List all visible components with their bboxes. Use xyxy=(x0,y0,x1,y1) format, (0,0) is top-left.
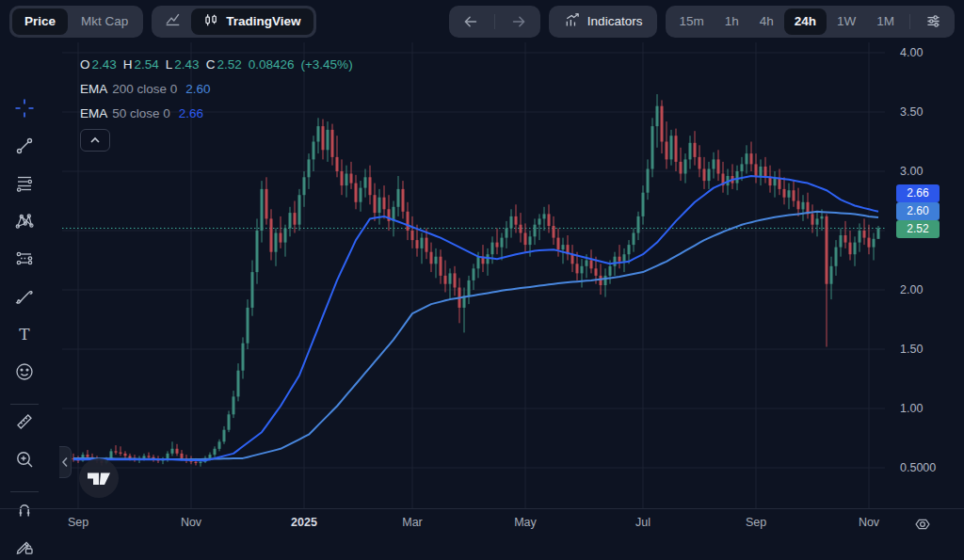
text-tool[interactable]: T xyxy=(11,323,38,349)
price-scale[interactable]: 4.003.503.002.001.501.000.50002.662.602.… xyxy=(885,42,964,508)
back-arrow-button[interactable] xyxy=(452,8,490,35)
y-axis-label: 1.00 xyxy=(900,402,923,415)
timeframe-24h[interactable]: 24h xyxy=(784,8,827,35)
tradingview-label: TradingView xyxy=(226,14,300,28)
candlestick-icon xyxy=(203,12,219,31)
projection-tool[interactable] xyxy=(11,248,38,274)
chart-nav xyxy=(449,6,540,38)
brush-icon xyxy=(14,286,35,311)
change-absolute: 0.08426 xyxy=(249,57,295,72)
price-badge-2.60: 2.60 xyxy=(896,202,940,220)
y-axis-label: 2.00 xyxy=(900,283,923,296)
emoji-tool[interactable] xyxy=(11,360,38,387)
timeframe-pill: 15m1h4h24h1W1M xyxy=(666,6,955,38)
x-axis-label: Sep xyxy=(68,516,88,529)
chart-region: T O2.43 H2.54 L2.43 C2.52 0.08426 (+3.45… xyxy=(0,42,964,560)
toolbar-divider xyxy=(10,491,39,492)
drawing-toolbar: T xyxy=(0,42,60,560)
change-percent: (+3.45%) xyxy=(300,57,352,72)
forward-arrow-button[interactable] xyxy=(500,8,538,35)
timeframe-1h[interactable]: 1h xyxy=(715,8,749,35)
line-chart-icon xyxy=(163,10,182,32)
zoom-in-tool[interactable] xyxy=(11,448,38,474)
timeframe-1m[interactable]: 1M xyxy=(866,8,905,35)
indicators-icon xyxy=(564,11,581,31)
y-axis-label: 4.00 xyxy=(900,46,923,59)
price-badge-2.52: 2.52 xyxy=(896,220,940,238)
xabcd-pattern-tool[interactable] xyxy=(11,210,38,236)
chevron-left-icon xyxy=(60,456,70,468)
tradingview-logo[interactable] xyxy=(78,457,120,499)
indicators-button[interactable]: Indicators xyxy=(552,8,655,35)
axis-settings-button[interactable] xyxy=(911,513,934,536)
chevron-up-icon xyxy=(89,136,101,145)
brush-tool[interactable] xyxy=(11,285,38,312)
price-tab[interactable]: Price xyxy=(12,8,68,35)
tradingview-tab[interactable]: TradingView xyxy=(191,8,313,35)
text-icon: T xyxy=(14,324,35,348)
nav-divider xyxy=(494,14,495,29)
toolbar-divider xyxy=(10,404,39,405)
back-arrow-icon xyxy=(461,12,480,31)
emoji-icon xyxy=(14,361,35,386)
hexagon-settings-icon xyxy=(913,515,932,534)
x-axis-label: Nov xyxy=(181,516,201,529)
line-chart-toggle[interactable] xyxy=(154,8,190,35)
timeframe-15m[interactable]: 15m xyxy=(668,8,714,35)
indicators-pill: Indicators xyxy=(549,6,658,38)
x-axis-label: Jul xyxy=(635,516,651,529)
chart-legend: O2.43 H2.54 L2.43 C2.52 0.08426 (+3.45%)… xyxy=(80,56,353,152)
y-axis-label: 0.5000 xyxy=(900,461,936,474)
ema200-row: EMA200 close 02.60 xyxy=(80,80,353,97)
toolbar-collapse-handle[interactable] xyxy=(59,446,72,478)
x-axis-label: 2025 xyxy=(291,516,317,529)
indicators-label: Indicators xyxy=(587,14,643,28)
x-axis-label: Nov xyxy=(859,516,879,529)
y-axis-label: 1.50 xyxy=(900,343,923,356)
chart-settings-button[interactable] xyxy=(915,8,952,35)
ruler-tool[interactable] xyxy=(11,410,38,437)
top-toolbar: Price Mkt Cap xyxy=(0,0,964,42)
time-scale[interactable]: SepNov2025MarMayJulSepNov xyxy=(0,508,964,560)
xabcd-pattern-icon xyxy=(14,211,35,235)
tradingview-chart-widget: Price Mkt Cap xyxy=(0,0,964,560)
fib-retracement-icon xyxy=(14,173,35,198)
mktcap-tab[interactable]: Mkt Cap xyxy=(69,8,140,35)
trend-line-icon xyxy=(14,136,35,160)
ohlc-row: O2.43 H2.54 L2.43 C2.52 0.08426 (+3.45%) xyxy=(80,56,353,72)
zoom-in-icon xyxy=(14,449,35,473)
projection-icon xyxy=(14,248,35,273)
y-axis-label: 3.50 xyxy=(900,105,923,119)
trend-line-tool[interactable] xyxy=(11,135,38,161)
chart-style-toggle: TradingView xyxy=(152,6,315,38)
ema50-row: EMA50 close 02.66 xyxy=(80,104,353,121)
price-mktcap-toggle: Price Mkt Cap xyxy=(9,6,143,38)
ruler-icon xyxy=(14,411,35,436)
legend-collapse-button[interactable] xyxy=(80,129,110,152)
svg-text:T: T xyxy=(19,325,30,344)
timeframe-1w[interactable]: 1W xyxy=(827,8,866,35)
forward-arrow-icon xyxy=(509,12,528,31)
crosshair-tool[interactable] xyxy=(11,97,38,123)
timeframe-4h[interactable]: 4h xyxy=(749,8,784,35)
y-axis-label: 3.00 xyxy=(900,165,923,178)
x-axis-label: Sep xyxy=(746,516,766,529)
crosshair-icon xyxy=(14,98,35,122)
tune-sliders-icon xyxy=(924,12,942,30)
timeframe-divider xyxy=(909,14,910,29)
price-badge-2.66: 2.66 xyxy=(896,184,940,202)
tradingview-logo-icon xyxy=(78,457,120,499)
x-axis-label: Mar xyxy=(402,516,423,529)
fib-retracement-tool[interactable] xyxy=(11,172,38,199)
x-axis-label: May xyxy=(514,516,537,529)
